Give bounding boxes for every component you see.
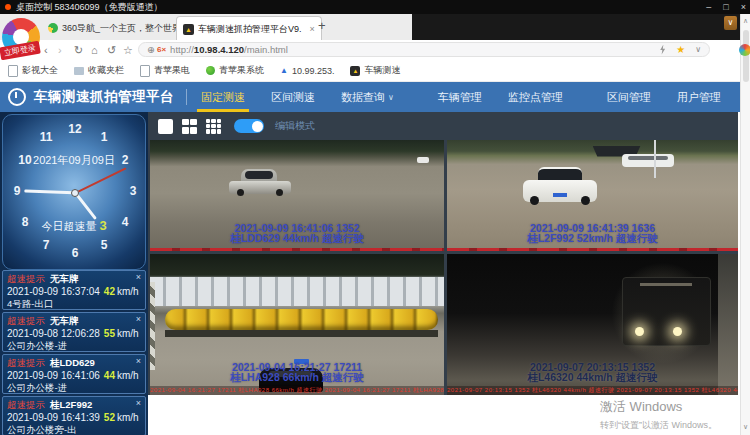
layout-1x1-icon[interactable]: [158, 119, 173, 134]
alert-card[interactable]: 超速提示桂LDD629 × 2021-09-09 16:41:0644km/h …: [2, 354, 146, 394]
nav-user-mgmt[interactable]: 用户管理: [677, 82, 721, 112]
scroll-up-icon[interactable]: ∧: [741, 17, 750, 25]
alert-ticker: 2021-09-04 16:21:27 17211 桂LHA928 66km/h…: [150, 386, 444, 395]
bookmark-item[interactable]: ▲ 车辆测速: [350, 64, 400, 77]
bookmark-item[interactable]: 青苹果电: [140, 64, 190, 77]
alert-datetime: 2021-09-09 16:37:04: [7, 286, 100, 297]
browser-avatar[interactable]: [739, 44, 750, 56]
nav-vehicle-mgmt[interactable]: 车辆管理: [438, 82, 482, 112]
watermark-title: 激活 Windows: [600, 398, 740, 416]
flash-icon[interactable]: [659, 45, 666, 55]
page-icon: [140, 65, 150, 77]
triangle-icon: ▲: [280, 67, 288, 75]
scrollbar-thumb[interactable]: [743, 30, 749, 82]
car-shape: [229, 169, 291, 196]
apple-icon: [206, 66, 215, 75]
close-icon[interactable]: ×: [136, 398, 141, 408]
tab-close-icon[interactable]: ×: [310, 24, 315, 34]
tab-list-chevron-button[interactable]: ∨: [724, 16, 737, 30]
truck-shape: [622, 277, 711, 347]
warning-icon: ▲: [350, 66, 360, 76]
page-scrollbar[interactable]: ∧ ∨: [740, 14, 750, 435]
undo-button[interactable]: ↺: [107, 43, 116, 57]
nav-monitor-point-mgmt[interactable]: 监控点管理: [508, 82, 563, 112]
window-controls: – □ ×: [706, 0, 746, 14]
url-host: 10.98.4.120: [194, 44, 244, 55]
alert-tag: 超速提示: [7, 273, 45, 285]
clock-second-hand: [74, 167, 126, 193]
sidebar: 12 34 56 78 910 1112 2021年09月09日 今日超速量3 …: [0, 112, 148, 435]
overspeed-count: 3: [99, 218, 106, 233]
address-dropdown-icon[interactable]: ∨: [695, 45, 701, 54]
screen: 桌面控制 583406099（免费版通道） – □ × 立即登录 360导航_一…: [0, 0, 750, 435]
nav-interval-mgmt[interactable]: 区间管理: [607, 82, 651, 112]
url-protocol: http://: [170, 44, 194, 55]
edit-mode-toggle[interactable]: [234, 119, 264, 133]
undercarriage-shape: [165, 330, 438, 337]
alert-plate: 无车牌: [50, 315, 79, 327]
video-feed-2[interactable]: 2021-09-09 16:41:39 1636 桂L2F992 52km/h …: [447, 140, 738, 251]
close-button[interactable]: ×: [741, 2, 746, 12]
alert-datetime: 2021-09-09 16:41:06: [7, 370, 100, 381]
nav-data-query[interactable]: 数据查询∨: [341, 82, 394, 112]
minimize-button[interactable]: –: [706, 2, 711, 12]
close-icon[interactable]: ×: [136, 314, 141, 324]
refresh-button[interactable]: ↻: [74, 43, 83, 57]
maximize-button[interactable]: □: [723, 2, 728, 12]
new-tab-button[interactable]: +: [318, 18, 326, 33]
alert-ticker: 2021-09-07 20:13:15 1352 桂L46320 44km/h …: [447, 386, 738, 395]
edit-mode-label: 编辑模式: [275, 119, 315, 133]
capture-plate-speed: 桂LDD629 44km/h 超速行驶: [150, 232, 444, 246]
alert-unit: km/h: [117, 286, 139, 297]
bookmark-label: 青苹果电: [154, 64, 190, 77]
site-info-icon[interactable]: ⊕: [147, 44, 155, 55]
bookmarks-bar: 影视大全 收藏夹栏 青苹果电 青苹果系统 ▲ 10.99.253. ▲ 车辆测速: [0, 60, 740, 82]
alert-plate: 桂LDD629: [50, 357, 95, 369]
striped-post-shape: [150, 282, 155, 369]
tanker-row-shape: [165, 309, 438, 330]
close-icon[interactable]: ×: [136, 356, 141, 366]
alert-tag: 超速提示: [7, 357, 45, 369]
alert-location: 公司办公楼-进: [7, 382, 141, 394]
url-path: /main.html: [244, 44, 288, 55]
alert-card[interactable]: 超速提示桂L2F992 × 2021-09-09 16:41:3952km/h …: [2, 396, 146, 435]
alert-tag: 超速提示: [7, 315, 45, 327]
alert-card[interactable]: 超速提示无车牌 × 2021-09-08 12:06:2855km/h 公司办公…: [2, 312, 146, 352]
tab-speed-platform[interactable]: ▲ 车辆测速抓拍管理平台V9. ×: [176, 16, 322, 41]
capture-plate-speed: 桂L2F992 52km/h 超速行驶: [447, 232, 738, 246]
home-button[interactable]: ⌂: [91, 43, 98, 57]
bookmark-star-button[interactable]: ☆: [123, 43, 133, 57]
address-bar[interactable]: ⊕ 6× http://10.98.4.120/main.html ★ ∨: [138, 42, 710, 57]
nav-fixed-speed[interactable]: 固定测速: [201, 82, 245, 112]
nav-interval-speed[interactable]: 区间测速: [271, 82, 315, 112]
adblock-badge[interactable]: 6×: [157, 45, 166, 54]
alert-card[interactable]: 超速提示无车牌 × 2021-09-09 16:37:0442km/h 4号路-…: [2, 270, 146, 310]
video-feed-3[interactable]: 2021-09-04 16:21:27 17211 桂LHA928 66km/h…: [150, 254, 444, 395]
app-logo-icon: [8, 88, 26, 106]
alert-location: 公司办公楼-进: [7, 340, 141, 352]
clock-hour-hand: [74, 192, 97, 220]
bookmark-label: 10.99.253.: [292, 66, 335, 76]
scroll-down-icon[interactable]: ∨: [741, 423, 750, 431]
overspeed-counter: 今日超速量3: [3, 218, 145, 234]
bookmark-label: 车辆测速: [364, 64, 400, 77]
layout-3x3-icon[interactable]: [206, 119, 221, 134]
close-icon[interactable]: ×: [136, 272, 141, 282]
alert-unit: km/h: [117, 370, 139, 381]
bookmark-item[interactable]: 青苹果系统: [206, 64, 264, 77]
bookmark-item[interactable]: 影视大全: [8, 64, 58, 77]
forward-button[interactable]: ›: [58, 43, 62, 57]
bookmark-folder[interactable]: 收藏夹栏: [74, 64, 124, 77]
alert-plate: 无车牌: [50, 273, 79, 285]
video-feed-4[interactable]: 2021-09-07 20:13:15 1352 桂L46320 44km/h …: [447, 254, 738, 395]
alert-tag: 超速提示: [7, 399, 45, 411]
alert-plate: 桂L2F992: [50, 399, 92, 411]
favorite-star-icon[interactable]: ★: [676, 44, 685, 55]
layout-2x2-icon[interactable]: [182, 119, 197, 134]
back-button[interactable]: ‹: [44, 43, 48, 57]
video-feed-1[interactable]: 2021-09-09 16:41:06 1352 桂LDD629 44km/h …: [150, 140, 444, 251]
tab-favicon-warning-icon: ▲: [183, 24, 194, 35]
folder-icon: [74, 67, 84, 75]
tab-360-nav[interactable]: 360导航_一个主页，整个世界 ×: [48, 18, 194, 38]
bookmark-item[interactable]: ▲ 10.99.253.: [280, 66, 334, 76]
